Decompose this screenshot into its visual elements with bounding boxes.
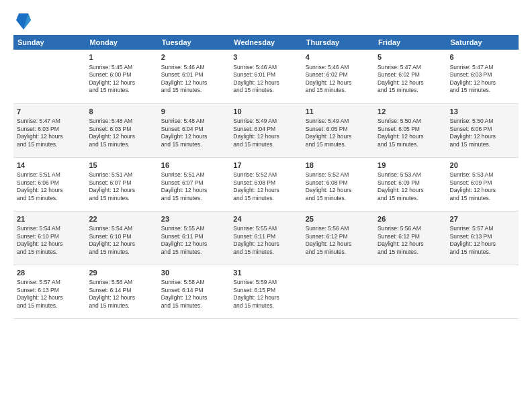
day-info: Sunrise: 5:51 AM Sunset: 6:07 PM Dayligh…	[161, 171, 226, 202]
day-number: 19	[378, 161, 443, 171]
calendar-cell: 19Sunrise: 5:53 AM Sunset: 6:09 PM Dayli…	[374, 157, 446, 211]
day-number: 1	[89, 52, 154, 62]
day-number: 24	[233, 214, 298, 224]
calendar-cell: 25Sunrise: 5:56 AM Sunset: 6:12 PM Dayli…	[302, 211, 374, 265]
day-number: 23	[161, 214, 226, 224]
day-info: Sunrise: 5:52 AM Sunset: 6:08 PM Dayligh…	[233, 171, 298, 202]
day-number: 11	[306, 107, 371, 117]
header-day-sunday: Sunday	[13, 35, 85, 50]
calendar-cell: 23Sunrise: 5:55 AM Sunset: 6:11 PM Dayli…	[158, 211, 230, 265]
day-number: 15	[89, 161, 154, 171]
day-info: Sunrise: 5:46 AM Sunset: 6:01 PM Dayligh…	[233, 64, 298, 95]
calendar-cell: 14Sunrise: 5:51 AM Sunset: 6:06 PM Dayli…	[13, 157, 85, 211]
day-number: 30	[161, 268, 226, 278]
day-info: Sunrise: 5:46 AM Sunset: 6:02 PM Dayligh…	[306, 64, 371, 95]
calendar-cell: 3Sunrise: 5:46 AM Sunset: 6:01 PM Daylig…	[230, 50, 302, 103]
day-info: Sunrise: 5:55 AM Sunset: 6:11 PM Dayligh…	[161, 225, 226, 256]
calendar-cell: 9Sunrise: 5:48 AM Sunset: 6:04 PM Daylig…	[158, 103, 230, 157]
calendar-header: SundayMondayTuesdayWednesdayThursdayFrid…	[13, 35, 519, 50]
calendar-cell: 13Sunrise: 5:50 AM Sunset: 6:06 PM Dayli…	[447, 103, 519, 157]
day-info: Sunrise: 5:57 AM Sunset: 6:13 PM Dayligh…	[450, 225, 515, 256]
calendar-cell: 18Sunrise: 5:52 AM Sunset: 6:08 PM Dayli…	[302, 157, 374, 211]
day-info: Sunrise: 5:58 AM Sunset: 6:14 PM Dayligh…	[161, 279, 226, 310]
calendar-cell: 15Sunrise: 5:51 AM Sunset: 6:07 PM Dayli…	[85, 157, 157, 211]
day-info: Sunrise: 5:47 AM Sunset: 6:02 PM Dayligh…	[378, 64, 443, 95]
calendar-cell: 27Sunrise: 5:57 AM Sunset: 6:13 PM Dayli…	[447, 211, 519, 265]
header-day-tuesday: Tuesday	[158, 35, 230, 50]
day-info: Sunrise: 5:47 AM Sunset: 6:03 PM Dayligh…	[450, 64, 515, 95]
header-day-friday: Friday	[374, 35, 446, 50]
day-info: Sunrise: 5:46 AM Sunset: 6:01 PM Dayligh…	[161, 64, 226, 95]
header-day-thursday: Thursday	[302, 35, 374, 50]
calendar-cell: 29Sunrise: 5:58 AM Sunset: 6:14 PM Dayli…	[85, 265, 157, 318]
calendar-cell: 5Sunrise: 5:47 AM Sunset: 6:02 PM Daylig…	[374, 50, 446, 103]
day-info: Sunrise: 5:49 AM Sunset: 6:04 PM Dayligh…	[233, 118, 298, 148]
calendar-cell: 21Sunrise: 5:54 AM Sunset: 6:10 PM Dayli…	[13, 211, 85, 265]
day-number: 18	[306, 161, 371, 171]
calendar-cell: 24Sunrise: 5:55 AM Sunset: 6:11 PM Dayli…	[230, 211, 302, 265]
day-number: 29	[89, 268, 154, 278]
calendar-cell: 6Sunrise: 5:47 AM Sunset: 6:03 PM Daylig…	[447, 50, 519, 103]
calendar-cell: 26Sunrise: 5:56 AM Sunset: 6:12 PM Dayli…	[374, 211, 446, 265]
calendar-cell: 1Sunrise: 5:45 AM Sunset: 6:00 PM Daylig…	[85, 50, 157, 103]
header-day-monday: Monday	[85, 35, 157, 50]
calendar-cell	[13, 50, 85, 103]
day-info: Sunrise: 5:50 AM Sunset: 6:06 PM Dayligh…	[450, 118, 515, 148]
day-info: Sunrise: 5:59 AM Sunset: 6:15 PM Dayligh…	[233, 279, 298, 310]
week-row-3: 21Sunrise: 5:54 AM Sunset: 6:10 PM Dayli…	[13, 211, 519, 265]
day-number: 13	[450, 107, 515, 117]
day-info: Sunrise: 5:51 AM Sunset: 6:06 PM Dayligh…	[17, 171, 82, 202]
calendar-cell: 20Sunrise: 5:53 AM Sunset: 6:09 PM Dayli…	[447, 157, 519, 211]
day-number: 4	[306, 52, 371, 62]
header	[13, 12, 519, 31]
logo	[13, 12, 31, 31]
day-info: Sunrise: 5:52 AM Sunset: 6:08 PM Dayligh…	[306, 171, 371, 202]
day-info: Sunrise: 5:55 AM Sunset: 6:11 PM Dayligh…	[233, 225, 298, 256]
page: SundayMondayTuesdayWednesdayThursdayFrid…	[0, 0, 532, 411]
day-number: 6	[450, 52, 515, 62]
day-number: 25	[306, 214, 371, 224]
day-info: Sunrise: 5:58 AM Sunset: 6:14 PM Dayligh…	[89, 279, 154, 310]
day-info: Sunrise: 5:53 AM Sunset: 6:09 PM Dayligh…	[450, 171, 515, 202]
day-number: 2	[161, 52, 226, 62]
logo-icon	[16, 12, 31, 31]
calendar-cell	[302, 265, 374, 318]
header-row: SundayMondayTuesdayWednesdayThursdayFrid…	[13, 35, 519, 50]
day-number: 5	[378, 52, 443, 62]
calendar-cell	[447, 265, 519, 318]
day-info: Sunrise: 5:56 AM Sunset: 6:12 PM Dayligh…	[378, 225, 443, 256]
week-row-1: 7Sunrise: 5:47 AM Sunset: 6:03 PM Daylig…	[13, 103, 519, 157]
day-number: 28	[17, 268, 82, 278]
week-row-2: 14Sunrise: 5:51 AM Sunset: 6:06 PM Dayli…	[13, 157, 519, 211]
day-number: 17	[233, 161, 298, 171]
calendar-cell: 17Sunrise: 5:52 AM Sunset: 6:08 PM Dayli…	[230, 157, 302, 211]
day-info: Sunrise: 5:57 AM Sunset: 6:13 PM Dayligh…	[17, 279, 82, 310]
calendar-cell: 16Sunrise: 5:51 AM Sunset: 6:07 PM Dayli…	[158, 157, 230, 211]
calendar-cell: 12Sunrise: 5:50 AM Sunset: 6:05 PM Dayli…	[374, 103, 446, 157]
day-number: 26	[378, 214, 443, 224]
day-number: 20	[450, 161, 515, 171]
calendar-cell: 22Sunrise: 5:54 AM Sunset: 6:10 PM Dayli…	[85, 211, 157, 265]
day-info: Sunrise: 5:54 AM Sunset: 6:10 PM Dayligh…	[89, 225, 154, 256]
week-row-0: 1Sunrise: 5:45 AM Sunset: 6:00 PM Daylig…	[13, 50, 519, 103]
calendar-cell: 28Sunrise: 5:57 AM Sunset: 6:13 PM Dayli…	[13, 265, 85, 318]
day-number: 27	[450, 214, 515, 224]
calendar-cell: 31Sunrise: 5:59 AM Sunset: 6:15 PM Dayli…	[230, 265, 302, 318]
day-info: Sunrise: 5:54 AM Sunset: 6:10 PM Dayligh…	[17, 225, 82, 256]
day-number: 10	[233, 107, 298, 117]
header-day-wednesday: Wednesday	[230, 35, 302, 50]
calendar-cell: 4Sunrise: 5:46 AM Sunset: 6:02 PM Daylig…	[302, 50, 374, 103]
calendar-cell	[374, 265, 446, 318]
day-info: Sunrise: 5:47 AM Sunset: 6:03 PM Dayligh…	[17, 118, 82, 148]
day-info: Sunrise: 5:49 AM Sunset: 6:05 PM Dayligh…	[306, 118, 371, 148]
day-info: Sunrise: 5:56 AM Sunset: 6:12 PM Dayligh…	[306, 225, 371, 256]
calendar-table: SundayMondayTuesdayWednesdayThursdayFrid…	[13, 35, 519, 319]
calendar-cell: 11Sunrise: 5:49 AM Sunset: 6:05 PM Dayli…	[302, 103, 374, 157]
day-info: Sunrise: 5:48 AM Sunset: 6:03 PM Dayligh…	[89, 118, 154, 148]
day-info: Sunrise: 5:51 AM Sunset: 6:07 PM Dayligh…	[89, 171, 154, 202]
day-info: Sunrise: 5:50 AM Sunset: 6:05 PM Dayligh…	[378, 118, 443, 148]
day-number: 7	[17, 107, 82, 117]
day-info: Sunrise: 5:45 AM Sunset: 6:00 PM Dayligh…	[89, 64, 154, 95]
day-number: 9	[161, 107, 226, 117]
calendar-cell: 10Sunrise: 5:49 AM Sunset: 6:04 PM Dayli…	[230, 103, 302, 157]
